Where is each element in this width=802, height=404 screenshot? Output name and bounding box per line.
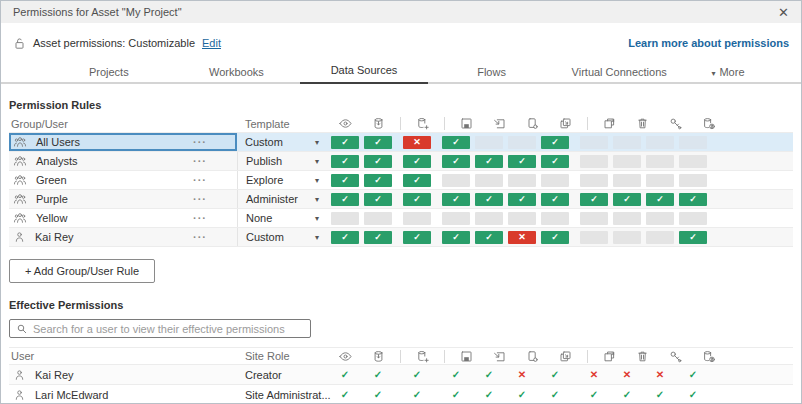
capability-cell-delete-none[interactable] bbox=[613, 155, 641, 168]
capability-cell-delete-none[interactable] bbox=[613, 231, 641, 244]
template-dropdown[interactable]: Custom▾ bbox=[237, 228, 331, 246]
capability-cell-publish-allow[interactable]: ✓ bbox=[475, 155, 503, 168]
capability-cell-view-none[interactable] bbox=[331, 212, 359, 225]
tab-projects[interactable]: Projects bbox=[45, 61, 173, 84]
capability-cell-move-none[interactable] bbox=[580, 212, 608, 225]
capability-cell-publish-none[interactable] bbox=[475, 174, 503, 187]
capability-cell-delete-allow[interactable]: ✓ bbox=[613, 193, 641, 206]
capability-cell-download-allow[interactable]: ✓ bbox=[442, 193, 470, 206]
capability-cell-view-allow[interactable]: ✓ bbox=[331, 231, 359, 244]
tab-virtual-connections[interactable]: Virtual Connections bbox=[555, 61, 683, 84]
capability-cell-save-allow[interactable]: ✓ bbox=[403, 231, 431, 244]
capability-cell-move-none[interactable] bbox=[580, 231, 608, 244]
edit-link[interactable]: Edit bbox=[202, 37, 221, 49]
learn-more-link[interactable]: Learn more about permissions bbox=[628, 37, 789, 49]
row-actions-menu-icon[interactable]: ··· bbox=[193, 136, 207, 148]
capability-cell-set-permissions-none[interactable] bbox=[646, 136, 674, 149]
capability-cell-connect-allow[interactable]: ✓ bbox=[364, 155, 392, 168]
capability-cell-duplicate-none[interactable] bbox=[541, 174, 569, 187]
capability-cell-set-permissions-none[interactable] bbox=[646, 231, 674, 244]
capability-cell-save-allow[interactable]: ✓ bbox=[403, 174, 431, 187]
rule-group-user-cell[interactable]: Kai Rey··· bbox=[9, 228, 237, 246]
capability-cell-view-allow[interactable]: ✓ bbox=[331, 174, 359, 187]
tab-data-sources[interactable]: Data Sources bbox=[300, 59, 428, 84]
capability-cell-view-allow[interactable]: ✓ bbox=[331, 193, 359, 206]
row-actions-menu-icon[interactable]: ··· bbox=[193, 174, 207, 186]
capability-cell-connect-allow[interactable]: ✓ bbox=[364, 231, 392, 244]
capability-cell-duplicate-allow[interactable]: ✓ bbox=[541, 193, 569, 206]
capability-cell-overwrite-allow[interactable]: ✓ bbox=[508, 155, 536, 168]
capability-cell-download-allow[interactable]: ✓ bbox=[442, 155, 470, 168]
capability-cell-change-owner-allow[interactable]: ✓ bbox=[679, 231, 707, 244]
effective-capability-view-allow: ✓ bbox=[331, 369, 359, 380]
capability-cell-publish-none[interactable] bbox=[475, 212, 503, 225]
capability-cell-overwrite-none[interactable] bbox=[508, 136, 536, 149]
capability-cell-move-none[interactable] bbox=[580, 174, 608, 187]
tab-more[interactable]: ▾More bbox=[683, 61, 773, 84]
close-icon[interactable]: ✕ bbox=[778, 6, 789, 19]
capability-cell-set-permissions-none[interactable] bbox=[646, 174, 674, 187]
row-actions-menu-icon[interactable]: ··· bbox=[193, 212, 207, 224]
tab-flows[interactable]: Flows bbox=[428, 61, 556, 84]
capability-cell-overwrite-none[interactable] bbox=[508, 212, 536, 225]
template-dropdown[interactable]: None▾ bbox=[237, 209, 331, 227]
capability-cell-change-owner-allow[interactable]: ✓ bbox=[679, 193, 707, 206]
capability-cell-save-none[interactable] bbox=[403, 212, 431, 225]
rule-group-user-cell[interactable]: Yellow··· bbox=[9, 209, 237, 227]
rule-group-user-cell[interactable]: Analysts··· bbox=[9, 152, 237, 170]
capability-cell-set-permissions-none[interactable] bbox=[646, 155, 674, 168]
rule-row: Green···Explore▾✓✓✓ bbox=[9, 171, 793, 190]
capability-cell-delete-none[interactable] bbox=[613, 136, 641, 149]
capability-cell-duplicate-allow[interactable]: ✓ bbox=[541, 155, 569, 168]
capability-cell-overwrite-none[interactable] bbox=[508, 174, 536, 187]
capability-cell-view-allow[interactable]: ✓ bbox=[331, 155, 359, 168]
template-dropdown[interactable]: Custom▾ bbox=[237, 133, 331, 151]
capability-cell-save-allow[interactable]: ✓ bbox=[403, 193, 431, 206]
row-actions-menu-icon[interactable]: ··· bbox=[193, 155, 207, 167]
capability-cell-change-owner-none[interactable] bbox=[679, 136, 707, 149]
capability-cell-move-allow[interactable]: ✓ bbox=[580, 193, 608, 206]
capability-cell-change-owner-none[interactable] bbox=[679, 155, 707, 168]
row-actions-menu-icon[interactable]: ··· bbox=[193, 231, 207, 243]
capability-cell-download-allow[interactable]: ✓ bbox=[442, 231, 470, 244]
capability-cell-connect-allow[interactable]: ✓ bbox=[364, 193, 392, 206]
capability-cell-save-deny[interactable]: ✕ bbox=[403, 136, 431, 149]
capability-cell-change-owner-none[interactable] bbox=[679, 212, 707, 225]
rule-group-user-cell[interactable]: All Users··· bbox=[9, 133, 237, 151]
capability-cell-duplicate-none[interactable] bbox=[541, 212, 569, 225]
add-group-user-rule-button[interactable]: + Add Group/User Rule bbox=[9, 259, 155, 283]
template-dropdown[interactable]: Explore▾ bbox=[237, 171, 331, 189]
capability-publish-icon bbox=[485, 350, 513, 363]
capability-cell-overwrite-allow[interactable]: ✓ bbox=[508, 193, 536, 206]
capability-cell-download-none[interactable] bbox=[442, 174, 470, 187]
capability-cell-publish-allow[interactable]: ✓ bbox=[475, 231, 503, 244]
capability-cell-move-none[interactable] bbox=[580, 136, 608, 149]
capability-cell-view-allow[interactable]: ✓ bbox=[331, 136, 359, 149]
capability-cell-overwrite-deny[interactable]: ✕ bbox=[508, 231, 536, 244]
tab-workbooks[interactable]: Workbooks bbox=[173, 61, 301, 84]
row-actions-menu-icon[interactable]: ··· bbox=[193, 193, 207, 205]
capability-cell-duplicate-allow[interactable]: ✓ bbox=[541, 136, 569, 149]
search-input[interactable] bbox=[33, 323, 304, 335]
rule-group-user-cell[interactable]: Purple··· bbox=[9, 190, 237, 208]
capability-cell-download-allow[interactable]: ✓ bbox=[442, 136, 470, 149]
rule-group-user-cell[interactable]: Green··· bbox=[9, 171, 237, 189]
capability-cell-save-allow[interactable]: ✓ bbox=[403, 155, 431, 168]
capability-cell-duplicate-allow[interactable]: ✓ bbox=[541, 231, 569, 244]
capability-cell-set-permissions-allow[interactable]: ✓ bbox=[646, 193, 674, 206]
capability-cell-publish-none[interactable] bbox=[475, 136, 503, 149]
effective-user-cell: Lari McEdward bbox=[9, 385, 237, 404]
template-dropdown[interactable]: Administer▾ bbox=[237, 190, 331, 208]
capability-cell-connect-allow[interactable]: ✓ bbox=[364, 136, 392, 149]
capability-cell-move-none[interactable] bbox=[580, 155, 608, 168]
capability-cell-connect-allow[interactable]: ✓ bbox=[364, 174, 392, 187]
capability-cell-delete-none[interactable] bbox=[613, 212, 641, 225]
template-value: Custom bbox=[245, 136, 283, 148]
capability-cell-set-permissions-none[interactable] bbox=[646, 212, 674, 225]
capability-cell-publish-allow[interactable]: ✓ bbox=[475, 193, 503, 206]
capability-cell-change-owner-none[interactable] bbox=[679, 174, 707, 187]
capability-cell-delete-none[interactable] bbox=[613, 174, 641, 187]
capability-cell-download-none[interactable] bbox=[442, 212, 470, 225]
template-dropdown[interactable]: Publish▾ bbox=[237, 152, 331, 170]
capability-cell-connect-none[interactable] bbox=[364, 212, 392, 225]
